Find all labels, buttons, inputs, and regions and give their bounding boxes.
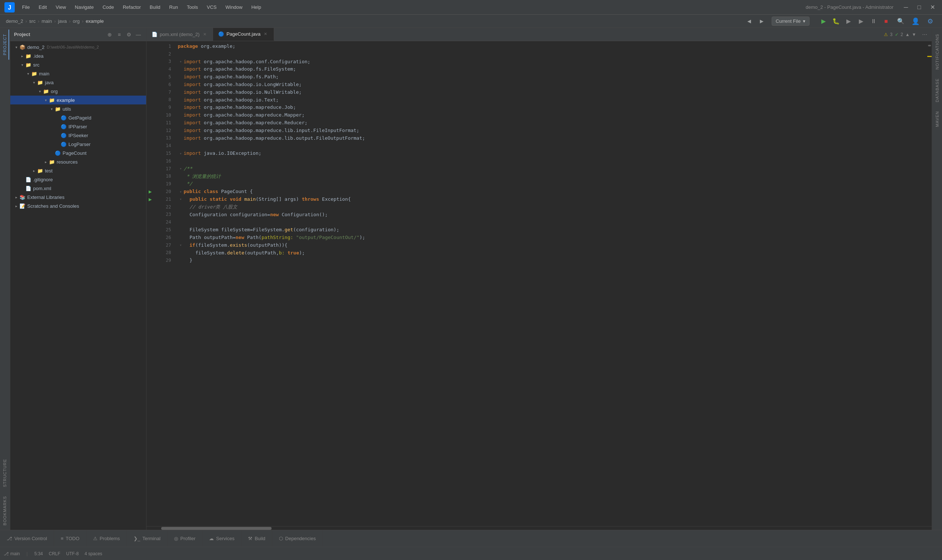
fold-3[interactable]: ▾ [178,59,183,65]
editor-scrollbar[interactable] [927,41,932,526]
sidebar-collapse-button[interactable]: ≡ [115,31,123,38]
menu-run[interactable]: Run [166,3,182,11]
tree-item-src[interactable]: ▾ 📁 src [10,60,146,69]
tab-problems[interactable]: ⚠ Problems [86,530,127,547]
tree-item-scratches[interactable]: ▸ 📝 Scratches and Consoles [10,202,146,210]
run-button[interactable]: ▶ [818,15,829,27]
menu-file[interactable]: File [19,3,34,11]
token-delete-params-28: (outputPath, [244,249,279,257]
search-everywhere-button[interactable]: 🔍 [895,15,907,27]
maximize-button[interactable]: □ [914,2,924,12]
tree-item-utils[interactable]: ▾ 📁 utils [10,105,146,113]
tree-item-gitignore[interactable]: ▸ 📄 .gitignore [10,175,146,184]
breadcrumb-example[interactable]: example [86,18,104,24]
bookmarks-tab-button[interactable]: Bookmarks [1,492,9,530]
notifications-tab[interactable]: Notifications [934,29,941,74]
tab-terminal[interactable]: ❯_ Terminal [127,530,167,547]
tree-item-pomxml[interactable]: ▸ 📄 pom.xml [10,184,146,193]
current-file-dropdown[interactable]: Current File ▾ [772,17,809,26]
tree-item-getpageid[interactable]: ▸ 🔵 GetPageId [10,113,146,122]
run-arrow-20[interactable]: ▶ [149,189,152,194]
tree-item-example[interactable]: ▾ 📁 example [10,95,146,105]
tab-pomxml[interactable]: 📄 pom.xml (demo_2) ✕ [146,28,213,41]
menu-build[interactable]: Build [146,3,164,11]
tree-item-pagecount[interactable]: ▸ 🔵 PageCount [10,149,146,157]
coverage-button[interactable]: ▶ [843,15,854,27]
code-line-2 [174,50,927,58]
tree-item-idea[interactable]: ▸ 📁 .idea [10,51,146,60]
sidebar-localize-button[interactable]: ⊕ [106,31,114,38]
fold-27[interactable]: ▾ [178,242,183,248]
token-pathstring-26: pathString: [262,234,293,242]
menu-view[interactable]: View [52,3,69,11]
horizontal-scrollbar[interactable] [146,526,932,530]
settings-gear-icon[interactable]: ⚙ [924,15,936,27]
pause-button[interactable]: ⏸ [868,15,879,27]
menu-navigate[interactable]: Navigate [71,3,97,11]
menu-help[interactable]: Help [248,3,265,11]
recent-files-button[interactable]: ⋯ [920,31,929,38]
forward-button[interactable]: ▶ [757,17,766,25]
current-file-label: Current File [775,18,801,24]
menu-edit[interactable]: Edit [35,3,51,11]
tree-item-test[interactable]: ▸ 📁 test [10,166,146,175]
tab-profiler[interactable]: ◎ Profiler [167,530,202,547]
menu-refactor[interactable]: Refactor [119,3,145,11]
git-branch-status[interactable]: ⎇ main [4,551,20,556]
tree-item-java[interactable]: ▾ 📁 java [10,78,146,87]
encoding-status[interactable]: UTF-8 [66,551,79,556]
structure-tab-button[interactable]: Structure [1,454,9,492]
run-toolbar: ▶ 🐛 ▶ ▶ ⏸ ■ [818,15,892,27]
tree-item-main[interactable]: ▾ 📁 main [10,69,146,78]
stop-button[interactable]: ■ [880,15,892,27]
fold-21[interactable]: ▾ [178,196,183,202]
breadcrumb-java[interactable]: java [58,18,67,24]
tab-dependencies[interactable]: ⬡ Dependencies [272,530,323,547]
tree-item-ipseeker[interactable]: ▸ 🔵 IPSeeker [10,131,146,140]
line-ending-status[interactable]: CRLF [49,551,60,556]
menu-vcs[interactable]: VCS [203,3,220,11]
run-arrow-21[interactable]: ▶ [149,197,152,202]
maven-tab[interactable]: Maven [934,107,941,131]
tree-item-ipparser[interactable]: ▸ 🔵 IPParser [10,122,146,131]
database-tab[interactable]: Database [934,74,941,107]
tab-todo[interactable]: ≡ TODO [54,530,86,547]
tree-item-org[interactable]: ▾ 📁 org [10,87,146,95]
tree-item-logparser[interactable]: ▸ 🔵 LogParser [10,140,146,149]
menu-tools[interactable]: Tools [183,3,202,11]
tab-pagecount[interactable]: 🔵 PageCount.java ✕ [213,28,274,41]
minimize-button[interactable]: ─ [901,2,911,12]
ln-17: 17 [157,165,171,173]
breadcrumb-main[interactable]: main [42,18,52,24]
folder-utils-icon: 📁 [54,106,61,112]
menu-code[interactable]: Code [99,3,118,11]
profile-avatar[interactable]: 👤 [910,15,921,27]
fold-20[interactable]: ▾ [178,189,183,195]
tab-services[interactable]: ☁ Services [202,530,241,547]
tab-version-control[interactable]: ⎇ Version Control [0,530,54,547]
line-col-status[interactable]: 5:34 [34,551,43,556]
breadcrumb-demo2[interactable]: demo_2 [6,18,23,24]
menu-window[interactable]: Window [222,3,246,11]
breadcrumb-org[interactable]: org [73,18,80,24]
back-button[interactable]: ◀ [745,17,754,25]
profile-button[interactable]: ▶ [855,15,867,27]
indent-status[interactable]: 4 spaces [85,551,102,556]
tree-item-resources[interactable]: ▸ 📁 resources [10,157,146,166]
warning-indicator[interactable]: ⚠ 3 ✓ 2 ▲ ▼ [881,32,919,37]
tab-build[interactable]: ⚒ Build [241,530,272,547]
tree-item-external-libraries[interactable]: ▸ 📚 External Libraries [10,193,146,202]
tab-close-pomxml[interactable]: ✕ [202,32,208,37]
sidebar-minimize-button[interactable]: — [134,31,142,38]
fold-15[interactable]: ▾ [178,151,183,157]
fold-17[interactable]: ▾ [178,166,183,172]
project-tab-button[interactable]: Project [1,29,9,60]
tab-close-pagecount[interactable]: ✕ [263,31,268,37]
code-editor[interactable]: package org.example; ▾ import org.apache… [174,41,927,526]
breadcrumb-src[interactable]: src [29,18,35,24]
sidebar-options-button[interactable]: ⚙ [125,31,133,38]
tree-item-demo2[interactable]: ▾ 📦 demo_2 D:\web\06-JavaWeb\demo_2 [10,43,146,51]
close-button[interactable]: ✕ [927,2,937,12]
debug-button[interactable]: 🐛 [830,15,842,27]
token-import-5-pkg: org.apache.hadoop.fs.Path; [204,73,279,81]
